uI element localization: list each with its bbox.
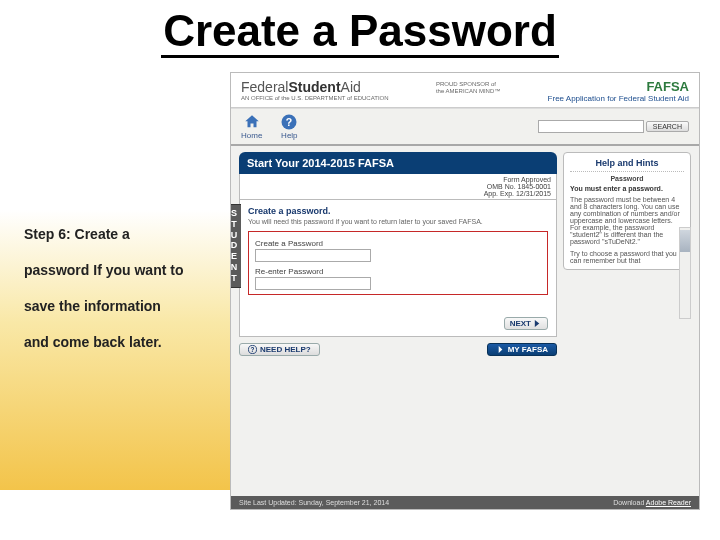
- search-button[interactable]: SEARCH: [646, 121, 689, 132]
- chevron-right-icon: [496, 345, 505, 354]
- form-desc: You will need this password if you want …: [248, 218, 548, 225]
- form-box: STUDENT STUDENT Create a password. You w…: [239, 200, 557, 337]
- password-group: Create a Password Re-enter Password: [248, 231, 548, 295]
- next-arrow-icon: [533, 319, 542, 328]
- password-input[interactable]: [255, 249, 371, 262]
- brand-left: FederalStudentAid AN OFFICE of the U.S. …: [241, 79, 389, 103]
- footer-updated: Site Last Updated: Sunday, September 21,…: [239, 499, 389, 506]
- my-fafsa-button[interactable]: MY FAFSA: [487, 343, 557, 356]
- hints-label: Password: [570, 175, 684, 182]
- nav-home[interactable]: Home: [241, 113, 262, 140]
- svg-text:?: ?: [286, 116, 292, 128]
- next-button[interactable]: NEXT: [504, 317, 548, 330]
- brand-row: FederalStudentAid AN OFFICE of the U.S. …: [231, 73, 699, 108]
- help-icon: ?: [280, 113, 298, 131]
- pw-label: Create a Password: [255, 239, 541, 248]
- hints-must: You must enter a password.: [570, 185, 684, 192]
- brand-mid: PROUD SPONSOR of the AMERICAN MIND™: [436, 81, 500, 103]
- hints-p1: The password must be between 4 and 8 cha…: [570, 196, 684, 245]
- brand-right: FAFSA Free Application for Federal Stude…: [548, 79, 689, 103]
- page-banner: Start Your 2014-2015 FAFSA: [239, 152, 557, 174]
- student-tab[interactable]: STUDENT STUDENT: [230, 204, 241, 288]
- reenter-password-input[interactable]: [255, 277, 371, 290]
- adobe-reader-link[interactable]: Adobe Reader: [646, 499, 691, 506]
- nav-help[interactable]: ? Help: [280, 113, 298, 140]
- hints-scrollbar[interactable]: [679, 227, 691, 319]
- nav-row: Home ? Help SEARCH: [231, 108, 699, 146]
- svg-text:?: ?: [251, 346, 255, 353]
- hints-p2: Try to choose a password that you can re…: [570, 250, 684, 264]
- search-input[interactable]: [538, 120, 644, 133]
- help-q-icon: ?: [248, 345, 257, 354]
- fafsa-app-frame: FederalStudentAid AN OFFICE of the U.S. …: [230, 72, 700, 510]
- home-icon: [243, 113, 261, 131]
- need-help-button[interactable]: ? NEED HELP?: [239, 343, 320, 356]
- search-group: SEARCH: [538, 120, 689, 133]
- repw-label: Re-enter Password: [255, 267, 541, 276]
- slide-title: Create a Password: [0, 6, 720, 56]
- hints-title: Help and Hints: [570, 158, 684, 172]
- omb-box: Form ApprovedOMB No. 1845-0001App. Exp. …: [239, 174, 557, 200]
- step-tip: Step 6: Create a password If you want to…: [24, 220, 224, 370]
- form-heading: Create a password.: [248, 206, 548, 216]
- app-footer: Site Last Updated: Sunday, September 21,…: [231, 496, 699, 509]
- help-hints-panel: Help and Hints Password You must enter a…: [563, 152, 691, 270]
